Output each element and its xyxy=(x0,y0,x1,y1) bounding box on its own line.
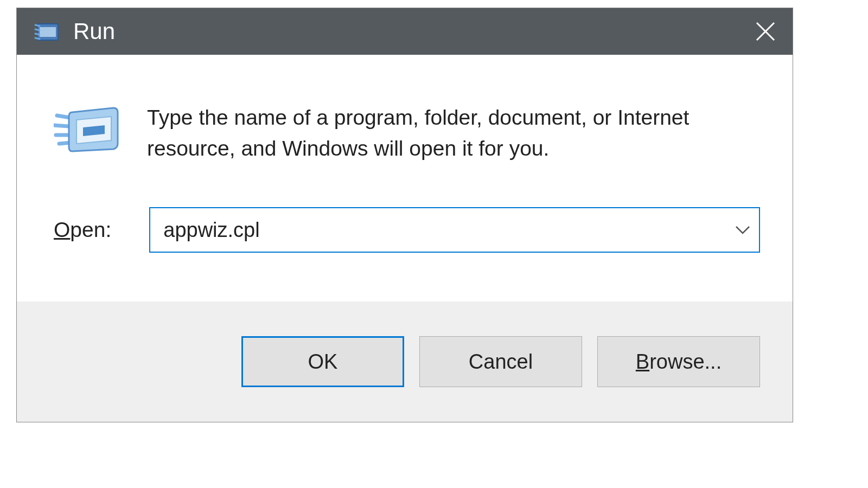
open-combobox[interactable] xyxy=(149,207,760,253)
close-icon xyxy=(755,21,776,42)
ok-button[interactable]: OK xyxy=(241,336,404,387)
run-dialog-icon xyxy=(54,106,119,153)
run-dialog: Run Type t xyxy=(16,8,793,422)
button-bar: OK Cancel Browse... xyxy=(17,301,793,422)
cancel-button-label: Cancel xyxy=(469,350,533,374)
instruction-text: Type the name of a program, folder, docu… xyxy=(147,102,760,164)
close-button[interactable] xyxy=(749,15,782,48)
instruction-row: Type the name of a program, folder, docu… xyxy=(54,102,760,164)
chevron-down-icon xyxy=(735,226,750,234)
open-input[interactable] xyxy=(150,208,726,252)
open-label: Open: xyxy=(54,218,111,242)
window-title: Run xyxy=(73,18,749,44)
dialog-content: Type the name of a program, folder, docu… xyxy=(17,55,793,301)
open-input-row: Open: xyxy=(54,207,760,301)
cancel-button[interactable]: Cancel xyxy=(419,336,582,387)
run-titlebar-icon xyxy=(34,20,60,43)
ok-button-label: OK xyxy=(308,350,338,374)
combobox-dropdown-button[interactable] xyxy=(726,208,759,252)
svg-rect-1 xyxy=(40,27,56,37)
titlebar[interactable]: Run xyxy=(17,8,793,55)
browse-button[interactable]: Browse... xyxy=(597,336,760,387)
browse-button-label: Browse... xyxy=(636,350,722,374)
